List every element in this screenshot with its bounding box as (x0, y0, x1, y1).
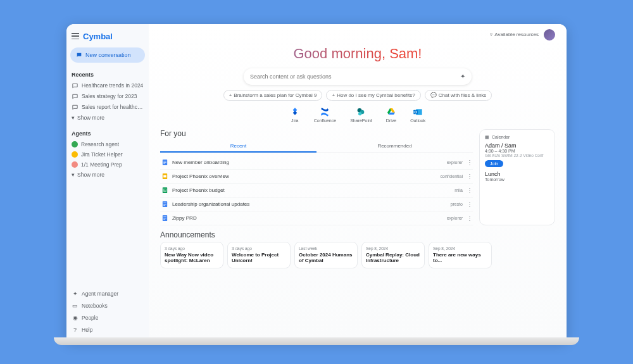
announcements-title: Announcements (160, 230, 555, 239)
chevron-down-icon: ▾ (72, 172, 75, 178)
plus-icon: + (332, 92, 335, 98)
brand-logo: Cymbal (83, 32, 113, 41)
announcement-card[interactable]: Sep 8, 2024There are new ways to... (429, 242, 492, 268)
main-content: ▿ Available resources Good morning, Sam!… (149, 24, 567, 341)
chevron-down-icon: ▾ (72, 115, 75, 121)
plus-icon: + (229, 92, 232, 98)
show-more-recents[interactable]: ▾ Show more (70, 113, 145, 123)
svg-rect-22 (163, 218, 166, 218)
show-more-agents[interactable]: ▾ Show more (70, 170, 145, 180)
suggestion-chip[interactable]: 💬Chat with files & links (425, 90, 492, 101)
agent-item[interactable]: Research agent (70, 139, 145, 149)
doc-row[interactable]: Project Phoenix budgetmila⋮ (160, 184, 473, 198)
svg-point-2 (358, 112, 361, 115)
svg-rect-7 (163, 161, 166, 161)
chat-icon: 💬 (430, 92, 437, 98)
app-sharepoint[interactable]: SharePoint (350, 107, 372, 123)
user-avatar[interactable] (544, 29, 555, 41)
sheets-icon (161, 186, 168, 194)
svg-rect-18 (163, 204, 166, 204)
outlook-icon (413, 107, 423, 117)
sparkle-icon: ✦ (72, 291, 78, 298)
available-resources-link[interactable]: ▿ Available resources (490, 32, 539, 37)
announcement-card[interactable]: Last weekOctober 2024 Humans of Cymbal (294, 242, 358, 268)
jira-icon (290, 107, 300, 117)
for-you-title: For you (160, 129, 473, 138)
confluence-icon (320, 107, 330, 117)
svg-rect-23 (163, 218, 165, 219)
agent-dot-icon (72, 151, 78, 158)
sidebar: Cymbal New conversation Recents Healthca… (66, 24, 149, 341)
person-icon: ◉ (72, 315, 78, 322)
event-detail: GB AUS SWIM 22-2 Video Conf (485, 153, 549, 158)
slides-icon (161, 172, 168, 180)
doc-icon (161, 200, 168, 208)
doc-icon (161, 214, 168, 222)
agent-dot-icon (72, 161, 78, 168)
recents-header: Recents (70, 69, 145, 80)
chat-icon (72, 82, 78, 89)
svg-rect-9 (163, 163, 165, 163)
sparkle-icon[interactable]: ✦ (460, 73, 465, 80)
tab-recommended[interactable]: Recommended (316, 141, 473, 153)
more-icon[interactable]: ⋮ (467, 159, 472, 166)
event-title: Adam / Sam (485, 142, 549, 149)
chat-icon (72, 104, 78, 111)
announcement-card[interactable]: Sep 8, 2024Cymbal Replay: Cloud Infrastr… (361, 242, 425, 268)
sidebar-notebook[interactable]: ▭Notebooks (70, 301, 145, 311)
suggestion-chip[interactable]: +How do I see my Cymbal benefits? (326, 90, 420, 101)
drive-icon (386, 107, 396, 117)
svg-rect-17 (163, 203, 166, 203)
more-icon[interactable]: ⋮ (467, 187, 472, 194)
event-2-time: Tomorrow (485, 177, 549, 182)
doc-row[interactable]: New member onboardingexplorer⋮ (160, 156, 473, 170)
svg-rect-21 (163, 217, 166, 217)
agent-item[interactable]: Jira Ticket Helper (70, 149, 145, 160)
chat-icon (76, 52, 82, 58)
announcement-card[interactable]: 3 days agoWelcome to Project Unicorn! (227, 242, 291, 268)
chat-icon (72, 93, 78, 100)
sidebar-sparkle[interactable]: ✦Agent manager (70, 289, 145, 299)
search-box[interactable]: ✦ (244, 68, 472, 85)
sidebar-person[interactable]: ◉People (70, 313, 145, 323)
recent-item[interactable]: Healthcare trends in 2024 (70, 80, 145, 91)
suggestion-chip[interactable]: +Brainstorm a sales plan for Cymbal 9 (223, 90, 323, 101)
filter-icon: ▿ (490, 32, 492, 37)
svg-rect-4 (414, 110, 418, 114)
join-button[interactable]: Join (485, 160, 503, 167)
sidebar-help[interactable]: ?Help (70, 325, 145, 336)
new-conversation-button[interactable]: New conversation (70, 47, 145, 63)
calendar-icon: ▦ (485, 135, 489, 140)
menu-icon[interactable] (72, 33, 79, 39)
recent-item[interactable]: Sales report for healthcare (70, 102, 145, 113)
svg-rect-8 (163, 162, 166, 163)
svg-rect-11 (163, 175, 166, 177)
event-time: 4:00 – 4:30 PM (485, 149, 549, 153)
announcement-card[interactable]: 3 days agoNew Way Now video spotlight: M… (160, 242, 223, 268)
app-confluence[interactable]: Confluence (314, 107, 336, 123)
more-icon[interactable]: ⋮ (467, 173, 472, 180)
app-drive[interactable]: Drive (386, 107, 396, 123)
tab-recent[interactable]: Recent (160, 141, 316, 153)
greeting-title: Good morning, Sam! (160, 46, 555, 62)
doc-row[interactable]: Project Phoenix overviewconfidential⋮ (160, 170, 473, 184)
agent-dot-icon (72, 141, 78, 147)
more-icon[interactable]: ⋮ (467, 201, 472, 208)
calendar-card: ▦Calendar Adam / Sam 4:00 – 4:30 PM GB A… (479, 129, 555, 225)
agent-item[interactable]: 1/1 Meeting Prep (70, 160, 145, 170)
agents-header: Agents (70, 128, 145, 139)
search-input[interactable] (250, 73, 456, 80)
doc-row[interactable]: Leadership organizational updatespresto⋮ (160, 198, 473, 211)
notebook-icon: ▭ (72, 303, 78, 310)
recent-item[interactable]: Sales strategy for 2023 (70, 91, 145, 102)
event-2-title: Lunch (485, 171, 549, 177)
sharepoint-icon (356, 107, 366, 117)
more-icon[interactable]: ⋮ (467, 215, 472, 222)
doc-row[interactable]: Zippy PRDexplorer⋮ (160, 211, 473, 225)
svg-rect-19 (163, 204, 165, 205)
doc-icon (161, 158, 168, 166)
app-outlook[interactable]: Outlook (410, 107, 425, 123)
app-jira[interactable]: Jira (290, 107, 300, 123)
help-icon: ? (72, 327, 78, 334)
